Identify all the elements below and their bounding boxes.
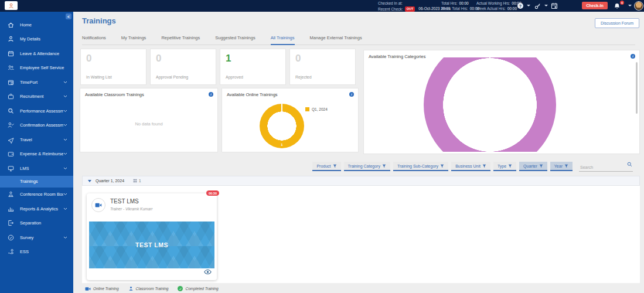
actual-working-label: Actual Working Hrs: xyxy=(476,1,510,5)
tab-repetitive-trainings[interactable]: Repetitive Trainings xyxy=(161,33,200,45)
group-title: Quarter 1, 2024 xyxy=(96,179,124,183)
search-input[interactable] xyxy=(579,163,633,172)
sidebar-item-timeport[interactable]: TimePort xyxy=(0,75,73,90)
online-donut-chart: 1 xyxy=(260,104,304,148)
calendar-gear-icon xyxy=(551,2,558,9)
sidebar-item-label: Confirmation Assessment xyxy=(20,122,63,128)
filter-quarter[interactable]: Quarter xyxy=(519,162,547,171)
sidebar-item-expense-reimbursement[interactable]: Expense & Reimbursement xyxy=(0,147,73,162)
info-icon[interactable]: i xyxy=(631,54,635,59)
attendance-settings-button[interactable] xyxy=(551,2,558,9)
sidebar-subitem-trainings-active[interactable]: Trainings xyxy=(0,176,73,188)
stat-label: Rejected xyxy=(295,75,312,79)
total-hours-column: Total Hrs:00:00 Week Total Hrs:00:00 xyxy=(441,1,479,11)
panel-scrollbar[interactable] xyxy=(636,62,638,114)
notifications-button[interactable]: 4 xyxy=(614,2,622,10)
sidebar-item-recruitment[interactable]: Recruitment xyxy=(0,90,73,104)
sidebar-item-survey[interactable]: Survey xyxy=(0,230,73,245)
thumbnail-text: TEST LMS xyxy=(135,241,168,248)
quick-links-caret-icon[interactable] xyxy=(544,5,548,6)
help-caret-icon[interactable] xyxy=(527,5,530,6)
person-check-icon xyxy=(7,121,15,129)
stat-value: 0 xyxy=(86,53,91,64)
chevron-down-icon xyxy=(63,193,67,196)
sidebar-item-separation[interactable]: Separation xyxy=(0,216,73,231)
sidebar-item-lms[interactable]: LMS xyxy=(0,161,73,176)
sidebar-item-my-details[interactable]: My Details xyxy=(0,32,73,47)
tab-suggested-trainings[interactable]: Suggested Trainings xyxy=(215,33,255,45)
tab-notifications[interactable]: Notifications xyxy=(82,33,106,45)
funnel-icon xyxy=(440,164,444,168)
sidebar-item-home[interactable]: Home xyxy=(0,18,73,32)
group-count: 1 xyxy=(133,179,141,183)
sidebar-item-travel[interactable]: Travel xyxy=(0,132,73,147)
sidebar-item-label: Reports & Analytics xyxy=(20,206,63,212)
categories-donut-chart xyxy=(364,57,629,152)
sidebar-item-ess[interactable]: ESS xyxy=(0,245,73,260)
filter-business-unit[interactable]: Business Unit xyxy=(451,162,490,171)
stat-label: Approved xyxy=(226,75,243,79)
person-desk-icon xyxy=(7,190,15,198)
user-avatar[interactable] xyxy=(634,1,643,11)
funnel-icon xyxy=(508,164,512,168)
wallet-icon xyxy=(7,150,15,158)
panel-training-categories: Available Training Categories i xyxy=(363,50,640,154)
info-icon[interactable]: i xyxy=(209,92,213,97)
empty-state-text: No data found xyxy=(80,121,217,127)
sidebar-item-confirmation-assessment[interactable]: Confirmation Assessment xyxy=(0,118,73,133)
filter-training-sub-category[interactable]: Training Sub-Category xyxy=(393,162,448,171)
sidebar-item-label: Leave & Attendance xyxy=(20,51,67,56)
tab-manage-external-trainings[interactable]: Manage External Trainings xyxy=(310,33,362,45)
legend-swatch xyxy=(305,107,309,111)
video-camera-icon xyxy=(85,287,91,291)
training-type-legend: Online Training Classroom Training ✓ Com… xyxy=(85,286,219,291)
view-training-button[interactable] xyxy=(204,267,212,277)
logo-person-icon xyxy=(8,3,14,9)
online-training-type-icon-wrap xyxy=(91,198,105,212)
collapse-triangle-icon xyxy=(88,180,91,182)
person-icon xyxy=(7,35,15,43)
chevron-down-icon xyxy=(63,110,67,113)
chevron-down-icon xyxy=(63,124,67,127)
group-header-quarter[interactable]: Quarter 1, 2024 1 xyxy=(82,176,640,186)
eye-icon xyxy=(204,269,212,275)
chevron-down-icon xyxy=(63,207,67,210)
calendar-clock-icon xyxy=(7,79,15,86)
sidebar-item-label: LMS xyxy=(20,166,63,171)
total-hrs-label: Total Hrs: xyxy=(441,1,457,5)
sidebar-item-label: Employee Self Service xyxy=(20,65,67,70)
discussion-forum-button[interactable]: Discussion Forum xyxy=(595,18,639,28)
quick-links-button[interactable] xyxy=(534,2,541,9)
chevron-down-icon xyxy=(63,236,67,239)
training-card[interactable]: 00:30 TEST LMS Trainer - Vikramk Kumarr … xyxy=(87,193,217,280)
search-icon[interactable] xyxy=(627,162,632,167)
key-icon xyxy=(534,3,541,9)
sidebar-item-label: Travel xyxy=(20,137,63,142)
sidebar-subitem-label: Trainings xyxy=(20,179,38,184)
sidebar-item-conference-room-booking[interactable]: Conference Room Booking xyxy=(0,188,73,202)
tab-all-trainings[interactable]: All Trainings xyxy=(271,33,295,45)
stat-value: 1 xyxy=(226,53,231,64)
sidebar-item-reports-analytics[interactable]: Reports & Analytics xyxy=(0,202,73,216)
actual-hours-column: Actual Working Hrs:00:00 Week Actual Hrs… xyxy=(476,1,522,11)
filter-product[interactable]: Product xyxy=(312,162,340,171)
sidebar-item-leave-attendance[interactable]: Leave & Attendance xyxy=(0,46,73,61)
info-icon[interactable]: i xyxy=(349,92,354,97)
filter-year[interactable]: Year xyxy=(550,162,573,171)
help-button[interactable]: ? xyxy=(517,2,524,9)
tab-my-trainings[interactable]: My Trainings xyxy=(121,33,146,45)
panel-classroom-trainings: Available Classroom Trainings i No data … xyxy=(80,88,218,152)
grid-icon xyxy=(133,179,137,183)
training-title: TEST LMS xyxy=(110,198,152,205)
sidebar-item-performance-assessment[interactable]: Performance Assessment xyxy=(0,104,73,118)
check-in-button[interactable]: Check-In xyxy=(582,2,608,9)
sidebar-collapse-button[interactable]: < xyxy=(66,13,71,19)
filter-type[interactable]: Type xyxy=(493,162,516,171)
exit-door-icon xyxy=(7,219,15,227)
training-card-header: TEST LMS Trainer - Vikramk Kumarr xyxy=(91,198,152,212)
company-logo[interactable] xyxy=(5,1,18,10)
stat-card-approval-pending: 0 Approval Pending xyxy=(150,49,216,85)
profile-caret-icon[interactable] xyxy=(628,5,632,6)
sidebar-item-employee-self-service[interactable]: Employee Self Service xyxy=(0,61,73,76)
filter-training-category[interactable]: Training Category xyxy=(344,162,390,171)
